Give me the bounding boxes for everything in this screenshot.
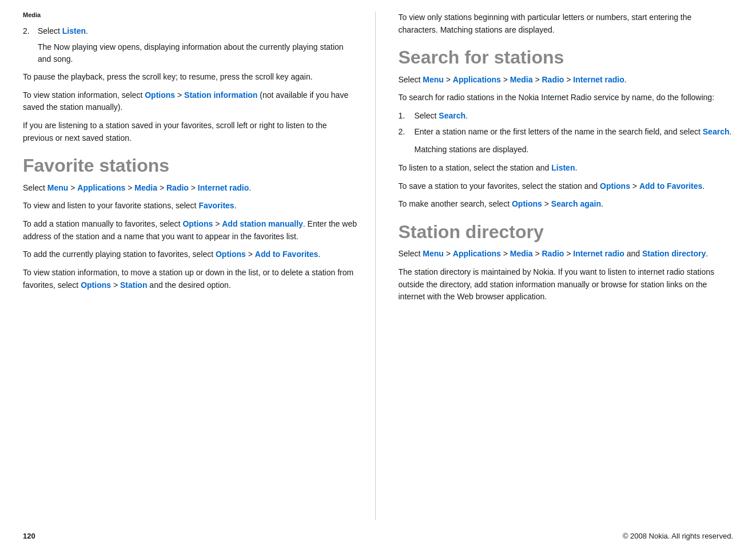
dir-media-link[interactable]: Media [510, 249, 533, 258]
fav-view-before: To view and listen to your favorite stat… [23, 201, 198, 210]
fav-view-after: . [234, 201, 237, 210]
dir-nav-before: Select [399, 249, 423, 258]
search-listen-before: To listen to a station, select the stati… [399, 163, 552, 172]
station-directory-link[interactable]: Station directory [642, 249, 706, 258]
dir-menu-link[interactable]: Menu [423, 249, 444, 258]
fav-menu-link[interactable]: Menu [47, 183, 69, 192]
footer-copyright: © 2008 Nokia. All rights reserved. [623, 532, 733, 540]
search-gt3: > [533, 75, 542, 84]
search-step1-after: . [465, 111, 468, 120]
add-station-manually-link[interactable]: Add station manually [222, 219, 303, 228]
station-info-gt1: > [175, 90, 184, 100]
fav-add-before: To add a station manually to favorites, … [23, 219, 182, 228]
fav-gt3: > [157, 183, 166, 192]
dir-gt1: > [444, 249, 453, 258]
dir-nav-after: . [706, 249, 708, 258]
fav-nav-after: . [249, 183, 251, 192]
search-step1-before: Select [415, 111, 439, 120]
search-steps-list: 1. Select Search. 2. Enter a station nam… [399, 110, 734, 138]
search-again-para: To make another search, select Options >… [399, 198, 734, 211]
fav-view-para: To view and listen to your favorite stat… [23, 200, 358, 212]
search-internet-link[interactable]: Internet radio [573, 75, 624, 84]
pause-para: To pause the playback, press the scroll … [23, 71, 358, 84]
fav-current-gt: > [246, 250, 255, 259]
search-again-link[interactable]: Search again [551, 199, 601, 208]
fav-radio-link[interactable]: Radio [166, 183, 189, 192]
dir-desc-para: The station directory is maintained by N… [399, 266, 734, 303]
search-radio-link[interactable]: Radio [542, 75, 564, 84]
dir-radio-link[interactable]: Radio [542, 249, 564, 258]
search-gt1: > [444, 75, 453, 84]
favorites-link[interactable]: Favorites [198, 201, 234, 210]
station-information-link[interactable]: Station information [184, 90, 257, 100]
dir-apps-link[interactable]: Applications [453, 249, 501, 258]
options-link-3[interactable]: Options [216, 250, 246, 259]
fav-internet-link[interactable]: Internet radio [198, 183, 249, 192]
search-link-1[interactable]: Search [439, 111, 465, 120]
listen-link-2[interactable]: Listen [551, 163, 575, 172]
search-nav-after: . [624, 75, 627, 84]
search-step2-after: . [729, 127, 731, 136]
fav-current-before: To add the currently playing station to … [23, 250, 216, 259]
search-gt2: > [501, 75, 510, 84]
search-step-1-content: Select Search. [415, 110, 468, 122]
right-column: To view only stations beginning with par… [376, 11, 734, 520]
options-link-4[interactable]: Options [81, 280, 111, 290]
page-container: Media 2. Select Listen. The Now playing … [0, 0, 756, 546]
add-to-favorites-link-2[interactable]: Add to Favorites [639, 181, 702, 191]
favorite-stations-title: Favorite stations [23, 156, 358, 176]
options-link-2[interactable]: Options [182, 219, 213, 228]
intro-para: To view only stations beginning with par… [399, 11, 734, 36]
favorites-scroll-para: If you are listening to a station saved … [23, 120, 358, 144]
add-to-favorites-link-1[interactable]: Add to Favorites [255, 250, 318, 259]
search-nav-before: Select [399, 75, 423, 84]
section-header-media: Media [23, 11, 358, 18]
fav-gt1: > [68, 183, 77, 192]
search-menu-link[interactable]: Menu [423, 75, 444, 84]
dir-gt2: > [501, 249, 510, 258]
search-intro-para: To search for radio stations in the Noki… [399, 92, 734, 104]
step-2-sub: The Now playing view opens, displaying i… [38, 41, 358, 65]
fav-view-info-para: To view station information, to move a s… [23, 267, 358, 291]
station-link[interactable]: Station [120, 280, 147, 290]
fav-info-gt: > [111, 280, 120, 290]
search-again-gt: > [542, 199, 551, 208]
fav-add-manually-para: To add a station manually to favorites, … [23, 218, 358, 243]
step-2-content: Select Listen. [38, 26, 358, 35]
left-column: Media 2. Select Listen. The Now playing … [23, 11, 376, 520]
options-link-1[interactable]: Options [145, 90, 175, 100]
options-link-5[interactable]: Options [600, 181, 630, 191]
fav-nav-para: Select Menu > Applications > Media > Rad… [23, 182, 358, 195]
content-area: Media 2. Select Listen. The Now playing … [0, 0, 756, 526]
search-apps-link[interactable]: Applications [453, 75, 501, 84]
search-save-before: To save a station to your favorites, sel… [399, 181, 600, 191]
step-2-number: 2. [23, 26, 34, 35]
dir-nav-and: and [624, 249, 642, 258]
search-link-2[interactable]: Search [703, 127, 730, 136]
step-2-before: Select [38, 26, 62, 35]
search-step2-before: Enter a station name or the first letter… [415, 127, 703, 136]
step-2-item: 2. Select Listen. [23, 26, 358, 35]
search-listen-para: To listen to a station, select the stati… [399, 162, 734, 175]
fav-add-current-para: To add the currently playing station to … [23, 248, 358, 261]
listen-link-1[interactable]: Listen [62, 26, 86, 35]
search-media-link[interactable]: Media [510, 75, 533, 84]
dir-gt3: > [533, 249, 542, 258]
fav-info-after: and the desired option. [147, 280, 230, 290]
fav-current-after: . [318, 250, 320, 259]
options-link-6[interactable]: Options [512, 199, 542, 208]
dir-nav-para: Select Menu > Applications > Media > Rad… [399, 248, 734, 260]
search-step-2: 2. Enter a station name or the first let… [399, 126, 734, 139]
search-save-after: . [702, 181, 705, 191]
search-nav-para: Select Menu > Applications > Media > Rad… [399, 74, 734, 86]
search-step-1: 1. Select Search. [399, 110, 734, 122]
search-step-1-num: 1. [399, 110, 411, 122]
dir-internet-link[interactable]: Internet radio [573, 249, 624, 258]
fav-media-link[interactable]: Media [134, 183, 157, 192]
search-again-after: . [601, 199, 603, 208]
step-2-after: . [86, 26, 88, 35]
fav-gt4: > [189, 183, 198, 192]
station-info-para: To view station information, select Opti… [23, 89, 358, 114]
fav-apps-link[interactable]: Applications [77, 183, 125, 192]
footer-page-number: 120 [23, 532, 35, 540]
